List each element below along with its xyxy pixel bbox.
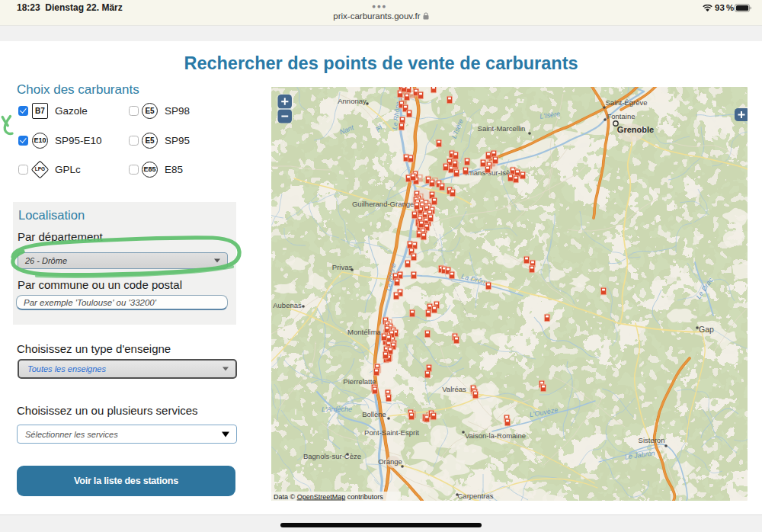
- svg-text:Guilherand-Granges: Guilherand-Granges: [352, 200, 418, 208]
- svg-text:Orange: Orange: [378, 457, 402, 466]
- svg-text:Sisteron: Sisteron: [639, 436, 665, 444]
- svg-text:Bollène: Bollène: [362, 410, 386, 418]
- svg-text:Saint-Égrève: Saint-Égrève: [606, 98, 648, 107]
- svg-text:Annonay: Annonay: [338, 97, 367, 105]
- svg-text:Saint-Marcellin: Saint-Marcellin: [478, 124, 526, 133]
- svg-text:Bagnols-sur-Cèze: Bagnols-sur-Cèze: [303, 452, 361, 460]
- svg-text:Pont-Saint-Esprit: Pont-Saint-Esprit: [364, 428, 419, 437]
- svg-text:Carpentras: Carpentras: [458, 492, 494, 500]
- svg-text:Data © OpenStreetMap contribut: Data © OpenStreetMap contributors: [274, 493, 383, 501]
- svg-text:Privas: Privas: [332, 263, 353, 271]
- svg-text:L'Ardèche: L'Ardèche: [322, 405, 352, 413]
- svg-text:Valréas: Valréas: [442, 385, 466, 393]
- svg-text:Grenoble: Grenoble: [617, 125, 654, 134]
- svg-text:Pierrelatte: Pierrelatte: [343, 377, 376, 386]
- svg-text:Aubenas: Aubenas: [273, 301, 302, 309]
- svg-text:Gap: Gap: [699, 325, 714, 334]
- svg-text:Montélima: Montélima: [347, 328, 382, 336]
- svg-text:Vaison-la-Romaine: Vaison-la-Romaine: [465, 431, 526, 440]
- svg-text:Fontaine: Fontaine: [607, 112, 636, 120]
